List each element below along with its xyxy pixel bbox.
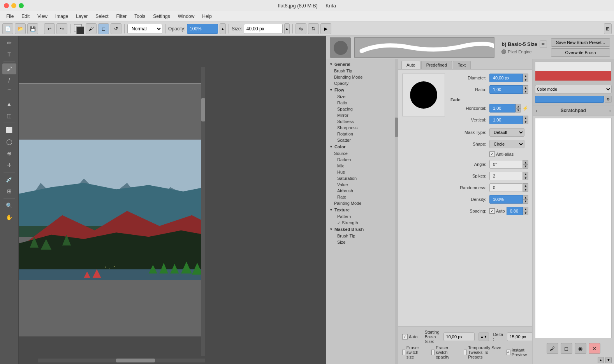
spikes-spin-up[interactable]: ▲ xyxy=(523,172,528,176)
v-scrollbar[interactable] xyxy=(201,67,205,356)
right-panel-btn[interactable]: ⊞ xyxy=(604,23,612,34)
delta-input[interactable] xyxy=(507,332,532,341)
zoom-tool[interactable]: 🔍 xyxy=(2,200,16,211)
menu-file[interactable]: File xyxy=(3,12,17,20)
menu-help[interactable]: Help xyxy=(199,12,215,20)
angle-spin-down[interactable]: ▼ xyxy=(523,164,528,169)
param-rotation[interactable]: Rotation xyxy=(326,131,398,137)
scratchpad-nav-next[interactable]: › xyxy=(609,107,611,114)
spacing-spin-up[interactable]: ▲ xyxy=(523,207,528,211)
param-masked-brush-tip[interactable]: Brush Tip xyxy=(326,233,398,239)
smart-patch-tool[interactable]: ⊞ xyxy=(2,186,16,197)
v-spin-down[interactable]: ▼ xyxy=(523,120,528,124)
diameter-input[interactable]: 40,00 px xyxy=(489,74,523,82)
pan-tool[interactable]: ✋ xyxy=(2,212,16,223)
mask-type-select[interactable]: Default xyxy=(489,128,524,137)
brush-tool[interactable]: ✏ xyxy=(2,37,16,48)
angle-input[interactable]: 0° xyxy=(489,160,523,169)
horizontal-input[interactable]: 1,00 xyxy=(489,104,515,113)
freehand-brush-tool[interactable]: 🖌 xyxy=(2,63,16,74)
tab-text[interactable]: Text xyxy=(453,61,471,69)
spikes-input[interactable]: 2 xyxy=(489,172,523,180)
param-size[interactable]: Size xyxy=(326,93,398,100)
canvas-image[interactable] xyxy=(19,83,205,336)
bezier-tool[interactable]: ⌒ xyxy=(2,87,16,98)
vertical-input[interactable]: 1,00 xyxy=(489,116,523,124)
overwrite-brush-btn[interactable]: Overwrite Brush xyxy=(551,48,610,57)
canvas-area[interactable] xyxy=(19,36,326,364)
density-input[interactable]: 100% xyxy=(489,195,523,204)
h-spin-down[interactable]: ▼ xyxy=(515,108,521,113)
param-sharpness[interactable]: Sharpness xyxy=(326,125,398,131)
scratch-gradient-btn[interactable]: ◉ xyxy=(575,343,586,354)
starting-size-input[interactable] xyxy=(443,332,475,341)
new-doc-button[interactable]: 📄 xyxy=(2,23,13,34)
titlebar-controls[interactable] xyxy=(4,3,24,8)
fill-tool[interactable]: ▲ xyxy=(2,98,16,109)
diameter-spin-down[interactable]: ▼ xyxy=(523,78,528,82)
menu-tools[interactable]: Tools xyxy=(131,12,148,20)
undo-button[interactable]: ↩ xyxy=(44,23,55,34)
param-pattern[interactable]: Pattern xyxy=(326,213,398,220)
rand-spin-down[interactable]: ▼ xyxy=(523,188,528,192)
text-tool[interactable]: T xyxy=(2,49,16,60)
menu-filter[interactable]: Filter xyxy=(113,12,130,20)
gradient-tool[interactable]: ◫ xyxy=(2,110,16,121)
instant-preview-checkbox[interactable] xyxy=(507,350,510,355)
param-blending-mode[interactable]: Blending Mode xyxy=(326,74,398,80)
diameter-spin-up[interactable]: ▲ xyxy=(523,74,528,78)
h-spin-up[interactable]: ▲ xyxy=(515,104,521,108)
v-spin-up[interactable]: ▲ xyxy=(523,116,528,120)
scratchpad-scroll-down[interactable]: ▼ xyxy=(605,357,612,363)
size-input[interactable] xyxy=(244,24,283,34)
ratio-input[interactable]: 1,00 xyxy=(489,85,523,94)
minimize-button[interactable] xyxy=(11,3,16,8)
param-opacity[interactable]: Opacity xyxy=(326,80,398,86)
ratio-spin-down[interactable]: ▼ xyxy=(523,90,528,94)
param-group-color[interactable]: ▼ Color xyxy=(326,143,398,150)
scratch-erase-btn[interactable]: ✕ xyxy=(589,343,600,354)
menu-settings[interactable]: Settings xyxy=(150,12,173,20)
randomness-input[interactable]: 0 xyxy=(489,183,523,192)
scratch-brush-btn[interactable]: 🖌 xyxy=(547,343,558,354)
density-spin-up[interactable]: ▲ xyxy=(523,195,528,199)
eraser-size-checkbox[interactable] xyxy=(402,350,405,355)
tab-auto[interactable]: Auto xyxy=(401,61,420,69)
save-new-preset-btn[interactable]: Save New Brush Preset... xyxy=(551,38,610,47)
reset-colors-button[interactable]: ↺ xyxy=(111,23,121,34)
spacing-spin-down[interactable]: ▼ xyxy=(523,211,528,215)
edit-brush-name-btn[interactable]: ✏ xyxy=(540,40,547,48)
select-rect-tool[interactable]: ⬜ xyxy=(2,125,16,135)
param-mix[interactable]: Mix xyxy=(326,163,398,169)
brush-icon-button[interactable]: 🖌 xyxy=(86,23,97,34)
param-group-flow[interactable]: ▼ Flow xyxy=(326,86,398,93)
scratchpad-scroll-up[interactable]: ▲ xyxy=(598,357,604,363)
menu-edit[interactable]: Edit xyxy=(18,12,33,20)
spacing-auto-checkbox[interactable] xyxy=(489,208,495,214)
param-mirror[interactable]: Mirror xyxy=(326,112,398,118)
param-rate[interactable]: Rate xyxy=(326,194,398,200)
auto-checkbox[interactable] xyxy=(402,334,408,339)
param-spacing[interactable]: Spacing xyxy=(326,106,398,112)
redo-button[interactable]: ↪ xyxy=(56,23,67,34)
param-masked-size[interactable]: Size xyxy=(326,239,398,245)
open-doc-button[interactable]: 📂 xyxy=(15,23,26,34)
param-airbrush[interactable]: Airbrush xyxy=(326,188,398,194)
move-tool[interactable]: ✛ xyxy=(2,160,16,171)
params-scrollbar[interactable] xyxy=(395,59,398,364)
spikes-spin-down[interactable]: ▼ xyxy=(523,176,528,180)
blend-mode-select[interactable]: Normal xyxy=(127,24,162,34)
maximize-button[interactable] xyxy=(19,3,24,8)
param-group-general[interactable]: ▼ General xyxy=(326,61,398,68)
erase-button[interactable]: ◻ xyxy=(98,23,109,34)
tab-predefined[interactable]: Predefined xyxy=(421,61,452,69)
menu-select[interactable]: Select xyxy=(92,12,111,20)
mirror-v-btn[interactable]: ⇅ xyxy=(308,23,319,34)
param-painting-mode[interactable]: Painting Mode xyxy=(326,200,398,206)
save-tweaks-checkbox[interactable] xyxy=(464,350,467,355)
param-brush-tip[interactable]: Brush Tip xyxy=(326,68,398,74)
density-spin-down[interactable]: ▼ xyxy=(523,199,528,204)
scratchpad-drawing-area[interactable] xyxy=(535,118,612,338)
param-strength[interactable]: ✓Strength xyxy=(326,220,398,226)
starting-size-spin-btn[interactable]: ▲▼ xyxy=(479,332,489,341)
